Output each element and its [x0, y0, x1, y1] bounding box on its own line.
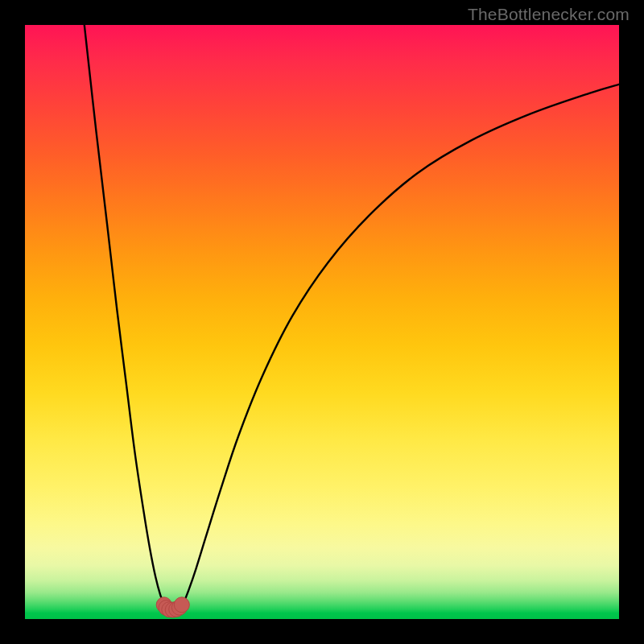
curve-left-branch [85, 25, 167, 607]
curve-right-branch [180, 85, 619, 607]
plot-area [25, 25, 619, 619]
minimum-marker-point [174, 597, 189, 613]
curve-layer [25, 25, 619, 619]
minimum-marker [156, 597, 189, 617]
chart-frame: TheBottlenecker.com [0, 0, 644, 644]
watermark-text: TheBottlenecker.com [468, 5, 630, 24]
